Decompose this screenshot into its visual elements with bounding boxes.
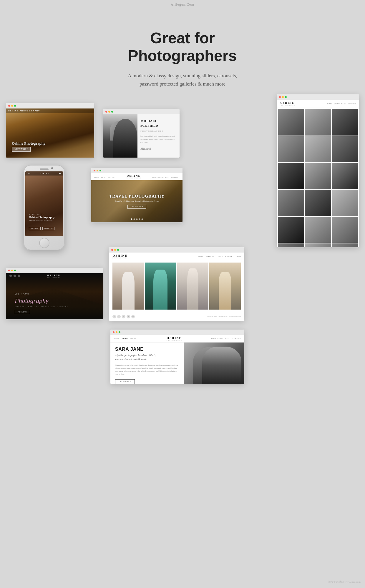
max-dot <box>285 96 287 98</box>
ss6-logo-wrap: OSHINE PHOTOGRAPHER <box>112 254 128 259</box>
figure <box>122 272 135 310</box>
ss3-nav-contact: CONTACT <box>348 103 356 105</box>
photo-content <box>112 263 144 310</box>
grid-cell <box>305 217 331 243</box>
grid-cell <box>305 163 331 189</box>
phone-speaker <box>40 168 49 170</box>
ss7-hero: SARA JANE A fashion photographer based o… <box>110 343 244 384</box>
social-email[interactable]: @ <box>131 315 135 318</box>
phone-camera <box>51 167 53 169</box>
ss4-nav-slider: HOME SLIDER <box>152 177 164 178</box>
social-fb[interactable]: f <box>112 315 116 318</box>
max-dot <box>99 170 101 171</box>
ss4-nav-about: ABOUT <box>101 177 107 178</box>
max-dot <box>14 270 16 271</box>
ss4-nav: HOME ABOUT PRICING OSHINE PHOTOGRAPHER H… <box>91 173 182 180</box>
ss4-hero-text: TRAVEL PHOTOGRAPHY Beautiful World as se… <box>109 194 165 209</box>
min-dot <box>11 270 13 271</box>
social-pin[interactable]: p <box>127 315 130 318</box>
phone-home-button[interactable] <box>39 238 49 248</box>
ss4-cta-btn[interactable]: GET IN TOUCH <box>127 205 146 209</box>
ss6-sublabel: PHOTOGRAPHER <box>112 257 128 259</box>
header-section: Great for Photographers A modern & class… <box>0 18 365 97</box>
ss5-photography: Photography <box>15 297 68 305</box>
ss2-portrait-bg <box>103 114 137 158</box>
title-line1: Great for <box>150 29 215 46</box>
phone-btn1[interactable]: ABOUT ME <box>29 227 41 230</box>
screenshot-fashion-grid: OSHINE PHOTOGRAPHER HOME PORTFOLIO PAGES… <box>109 247 244 321</box>
ss4-hero-sub: Beautiful World as seen through a Photog… <box>109 200 165 202</box>
ss2-name: MICHAEL SCOFIELD <box>140 119 177 128</box>
desc-line2: password protected galleries & much more <box>140 81 225 87</box>
ss3-nav-blog: BLOG <box>341 103 346 105</box>
ss7-sublabel: PHOTOGRAPHER <box>167 340 182 341</box>
min-dot <box>97 170 98 171</box>
ss5-sublabel: PHOTOGRAPHER <box>47 276 60 278</box>
ss1-overlay-title: Oshine Photography <box>12 141 46 146</box>
ss7-cta[interactable]: GET IN TOUCH <box>115 379 135 384</box>
figure <box>153 270 167 310</box>
grid-cell <box>278 190 304 216</box>
min-dot <box>108 111 110 113</box>
ss6-content: OSHINE PHOTOGRAPHER HOME PORTFOLIO PAGES… <box>109 253 244 321</box>
ss7-figure <box>202 347 241 384</box>
browser-bar-1 <box>6 103 94 108</box>
ss7-tagline: A fashion photographer based out of Pari… <box>115 354 179 361</box>
phone-screen: ●●● OSHINE ■■ WELCOME TO Oshine Photogra… <box>25 171 63 236</box>
ss2-desc: Sed ut perspiciatis unde omnis iste natu… <box>140 135 177 144</box>
ss7-content: HOME ABOUT PRICING OSHINE PHOTOGRAPHER H… <box>110 335 244 384</box>
ss7-nav-home: HOME <box>114 338 119 340</box>
min-dot <box>282 96 284 98</box>
ss4-nav-home: HOME <box>94 177 99 178</box>
social-icon <box>18 275 20 277</box>
ss4-nav-right: HOME SLIDER BLOG CONTACT <box>152 174 180 179</box>
sub-description: A modern & classy design, stunning slide… <box>6 72 359 89</box>
ss7-nav: HOME ABOUT PRICING OSHINE PHOTOGRAPHER H… <box>110 335 244 343</box>
social-g[interactable]: g+ <box>122 315 125 318</box>
ss3-logo: OSHINE <box>280 101 294 104</box>
ss4-dots <box>131 218 143 220</box>
grid-cell <box>305 243 331 247</box>
phone-buttons: ABOUT ME PORTFOLIO <box>29 227 54 230</box>
main-title: Great for Photographers <box>6 29 359 65</box>
ss5-text: WE LOVE Photography SINCE 2011, BASED OU… <box>15 293 68 308</box>
close-dot <box>94 170 95 171</box>
title-line2: Photographers <box>128 47 237 64</box>
social-icon <box>14 275 16 277</box>
fashion-photo-1 <box>112 263 144 310</box>
grid-cell <box>278 136 304 162</box>
ss7-logo: OSHINE <box>167 336 182 340</box>
ss5-btn[interactable]: ABOUT US <box>15 310 30 314</box>
phone-welcome: WELCOME TO <box>29 213 55 215</box>
ss6-nav-links: HOME PORTFOLIO PAGES CONTACT BLOG <box>198 255 241 257</box>
screenshots-area: OSHINE PHOTOGRAPHY Oshine Photography VI… <box>0 103 365 574</box>
phone-outer: ●●● OSHINE ■■ WELCOME TO Oshine Photogra… <box>24 165 65 250</box>
grid-cell <box>278 217 304 243</box>
social-tw[interactable]: t <box>117 315 121 318</box>
ss1-content: OSHINE PHOTOGRAPHY Oshine Photography VI… <box>6 108 94 158</box>
ss4-nav-blog: BLOG <box>165 177 170 178</box>
ss6-nav-home: HOME <box>198 255 203 257</box>
phone-signal: ●●● <box>28 173 30 174</box>
ss5-logo-wrap: OSHINE PHOTOGRAPHER <box>47 274 60 278</box>
screenshot-sara-jane: HOME ABOUT PRICING OSHINE PHOTOGRAPHER H… <box>110 330 244 384</box>
ss7-nav-blog: BLOG <box>225 338 230 340</box>
close-dot <box>8 105 10 107</box>
ss4-hero: TRAVEL PHOTOGRAPHY Beautiful World as se… <box>91 180 182 222</box>
ss5-content: OSHINE PHOTOGRAPHER WE LOVE Photography … <box>6 273 103 319</box>
ss4-hero-title: TRAVEL PHOTOGRAPHY <box>109 194 165 199</box>
ss6-logo: OSHINE <box>113 254 128 257</box>
dot-1 <box>131 218 132 220</box>
ss6-nav-portfolio: PORTFOLIO <box>206 255 215 257</box>
grid-cell <box>332 190 358 216</box>
fashion-photo-4 <box>209 263 241 310</box>
dot-2 <box>134 218 135 220</box>
photo-content <box>177 263 209 310</box>
figure <box>187 268 198 310</box>
phone-btn2[interactable]: PORTFOLIO <box>42 227 54 230</box>
ss1-overlay-btn: VIEW MORE <box>12 147 31 152</box>
browser-bar-3 <box>277 94 359 100</box>
phone-bg <box>25 171 63 236</box>
min-dot <box>114 249 116 251</box>
ss3-photo-grid <box>277 108 359 247</box>
